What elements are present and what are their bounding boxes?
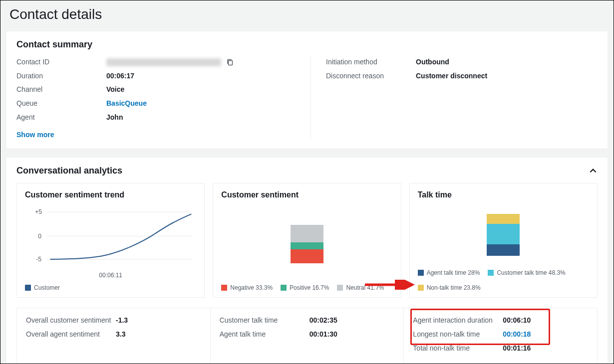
legend-label: Customer bbox=[34, 284, 60, 291]
stat-label: Overall agent sentiment bbox=[26, 329, 116, 340]
swatch-customer-talk bbox=[488, 270, 494, 276]
contact-id-blur bbox=[106, 58, 221, 66]
kv-label: Duration bbox=[16, 71, 106, 82]
initiation-method-value: Outbound bbox=[416, 57, 449, 68]
stat-label: Agent interaction duration bbox=[413, 315, 503, 326]
copy-icon[interactable] bbox=[226, 58, 234, 66]
seg-agent-talk bbox=[487, 244, 520, 256]
kv-label: Queue bbox=[16, 98, 106, 109]
talk-time-panel: Talk time Agent talk time 28% bbox=[409, 183, 598, 298]
svg-text:0: 0 bbox=[38, 233, 41, 240]
kv-label: Agent bbox=[16, 112, 106, 123]
kv-label: Channel bbox=[16, 84, 106, 95]
duration-value: 00:06:17 bbox=[106, 71, 134, 82]
swatch-customer bbox=[25, 285, 31, 291]
swatch-neutral bbox=[337, 285, 343, 291]
legend-label: Non-talk time 23.8% bbox=[427, 284, 481, 291]
total-non-talk-time-value: 00:01:16 bbox=[503, 343, 531, 354]
legend-item: Non-talk time 23.8% bbox=[418, 284, 481, 291]
seg-negative bbox=[291, 249, 323, 263]
sentiment-stacked-bar bbox=[291, 221, 323, 263]
kv-label: Disconnect reason bbox=[326, 71, 416, 82]
conversational-analytics-card: Conversational analytics Customer sentim… bbox=[6, 158, 608, 364]
sentiment-trend-chart: +5 0 -5 bbox=[25, 206, 196, 268]
trend-x-label: 00:06:11 bbox=[25, 272, 196, 279]
stat-label: Customer talk time bbox=[220, 315, 309, 326]
seg-non-talk bbox=[487, 214, 520, 224]
collapse-toggle[interactable] bbox=[589, 167, 598, 176]
swatch-negative bbox=[221, 285, 227, 291]
conversational-analytics-title: Conversational analytics bbox=[16, 166, 122, 176]
legend-item: Positive 16.7% bbox=[281, 284, 329, 291]
customer-talk-time-value: 00:02:35 bbox=[309, 315, 337, 326]
stats-grid: Overall customer sentiment -1.3 Overall … bbox=[16, 308, 598, 364]
agent-value: John bbox=[106, 112, 123, 123]
panel-title: Talk time bbox=[418, 190, 589, 199]
legend-label: Positive 16.7% bbox=[290, 284, 329, 291]
legend-item: Customer bbox=[25, 284, 60, 291]
channel-value: Voice bbox=[106, 84, 124, 95]
show-more-link[interactable]: Show more bbox=[16, 131, 54, 139]
stats-col-3: Agent interaction duration 00:06:10 Long… bbox=[403, 308, 597, 364]
agent-interaction-duration-value: 00:06:10 bbox=[503, 315, 531, 326]
agent-talk-time-value: 00:01:30 bbox=[309, 329, 337, 340]
legend-label: Customer talk time 48.3% bbox=[497, 269, 565, 276]
legend-label: Agent talk time 28% bbox=[427, 269, 480, 276]
svg-text:-5: -5 bbox=[36, 256, 41, 263]
contact-summary-card: Contact summary Contact ID bbox=[6, 31, 608, 149]
swatch-agent-talk bbox=[418, 270, 424, 276]
legend-item: Neutral 41.7% bbox=[337, 284, 384, 291]
stat-label: Longest non-talk time bbox=[413, 329, 503, 340]
panel-title: Customer sentiment bbox=[221, 190, 392, 199]
contact-id-value bbox=[106, 57, 234, 68]
legend-label: Negative 33.3% bbox=[230, 284, 273, 291]
swatch-non-talk bbox=[418, 285, 424, 291]
legend-label: Neutral 41.7% bbox=[346, 284, 384, 291]
overall-agent-sentiment-value: 3.3 bbox=[116, 329, 125, 340]
stat-label: Total non-talk time bbox=[413, 343, 503, 354]
summary-left-column: Contact ID Duration 00:06:17 bbox=[16, 57, 311, 139]
stat-label: Overall customer sentiment bbox=[26, 315, 116, 326]
legend-item: Customer talk time 48.3% bbox=[488, 269, 565, 276]
disconnect-reason-value: Customer disconnect bbox=[416, 71, 487, 82]
svg-text:+5: +5 bbox=[35, 208, 42, 215]
customer-sentiment-trend-panel: Customer sentiment trend +5 0 -5 00:06:1 bbox=[16, 183, 205, 298]
legend-item: Negative 33.3% bbox=[221, 284, 273, 291]
contact-summary-title: Contact summary bbox=[16, 39, 598, 50]
seg-neutral bbox=[291, 225, 323, 242]
summary-right-column: Initiation method Outbound Disconnect re… bbox=[311, 57, 598, 139]
kv-label: Initiation method bbox=[326, 57, 416, 68]
kv-label: Contact ID bbox=[16, 57, 106, 68]
stats-col-2: Customer talk time 00:02:35 Agent talk t… bbox=[210, 308, 404, 364]
talktime-stacked-bar bbox=[487, 214, 520, 256]
overall-customer-sentiment-value: -1.3 bbox=[116, 315, 128, 326]
svg-rect-0 bbox=[228, 61, 232, 65]
swatch-positive bbox=[281, 285, 287, 291]
customer-sentiment-panel: Customer sentiment Negative 33.3% bbox=[213, 183, 401, 298]
longest-non-talk-time-link[interactable]: 00:00:18 bbox=[503, 329, 531, 340]
seg-customer-talk bbox=[487, 224, 520, 244]
queue-link[interactable]: BasicQueue bbox=[106, 98, 147, 109]
panel-title: Customer sentiment trend bbox=[25, 190, 196, 199]
page-title: Contact details bbox=[0, 0, 614, 31]
legend-item: Agent talk time 28% bbox=[418, 269, 480, 276]
stats-col-1: Overall customer sentiment -1.3 Overall … bbox=[17, 308, 210, 364]
stat-label: Agent talk time bbox=[220, 329, 309, 340]
seg-positive bbox=[291, 242, 323, 249]
